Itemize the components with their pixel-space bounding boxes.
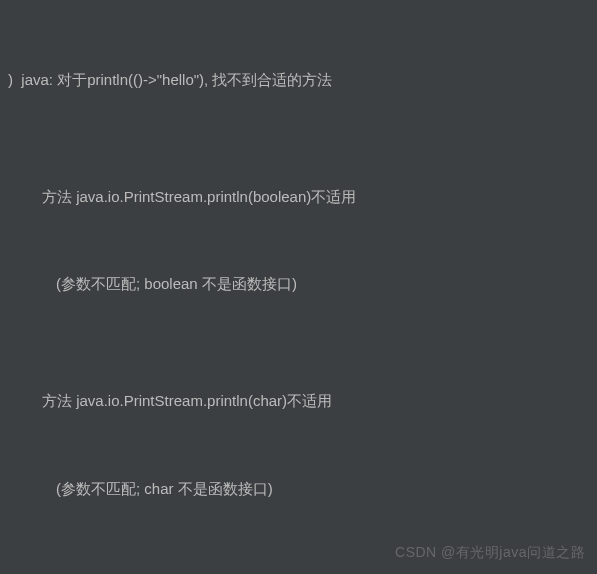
error-reason-line: (参数不匹配; char 不是函数接口) [0,474,597,503]
error-reason-line: (参数不匹配; boolean 不是函数接口) [0,269,597,298]
error-header-text: 对于println(()->"hello"), 找不到合适的方法 [57,71,332,88]
compiler-error-block: ) java: 对于println(()->"hello"), 找不到合适的方法… [0,6,597,574]
error-method-line: 方法 java.io.PrintStream.println(char)不适用 [0,386,597,415]
watermark-text: CSDN @有光明java问道之路 [395,539,585,566]
error-header-prefix: ) java: [8,71,57,88]
error-method-line: 方法 java.io.PrintStream.println(boolean)不… [0,182,597,211]
error-header: ) java: 对于println(()->"hello"), 找不到合适的方法 [0,65,597,94]
